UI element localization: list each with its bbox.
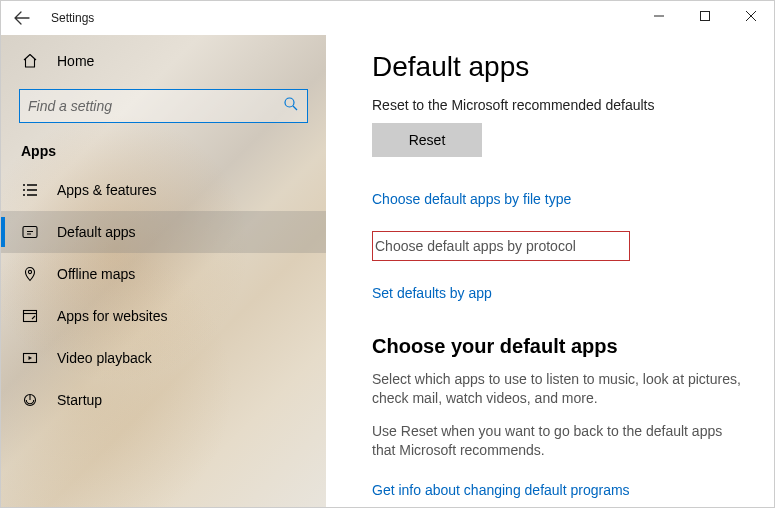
window-body: Home Apps Apps & features [1, 35, 774, 507]
window-controls [636, 1, 774, 31]
link-protocol[interactable]: Choose default apps by protocol [372, 231, 630, 261]
link-info[interactable]: Get info about changing default programs [372, 482, 630, 498]
choose-para-2: Use Reset when you want to go back to th… [372, 422, 742, 460]
map-icon [21, 265, 39, 283]
maximize-icon [700, 11, 710, 21]
titlebar: Settings [1, 1, 774, 35]
sidebar-item-startup[interactable]: Startup [1, 379, 326, 421]
close-icon [746, 11, 756, 21]
startup-icon [21, 391, 39, 409]
choose-para-1: Select which apps to use to listen to mu… [372, 370, 742, 408]
sidebar-item-offline-maps[interactable]: Offline maps [1, 253, 326, 295]
sidebar: Home Apps Apps & features [1, 35, 326, 507]
content-area: Default apps Reset to the Microsoft reco… [326, 35, 774, 507]
minimize-icon [654, 11, 664, 21]
page-title: Default apps [372, 51, 742, 83]
sidebar-item-video-playback[interactable]: Video playback [1, 337, 326, 379]
list-icon [21, 181, 39, 199]
svg-rect-0 [701, 12, 710, 21]
video-icon [21, 349, 39, 367]
sidebar-item-default-apps[interactable]: Default apps [1, 211, 326, 253]
home-label: Home [57, 53, 94, 69]
reset-button[interactable]: Reset [372, 123, 482, 157]
home-icon [21, 52, 39, 70]
search-box[interactable] [19, 89, 308, 123]
nav-label: Apps for websites [57, 308, 168, 324]
sidebar-item-apps-features[interactable]: Apps & features [1, 169, 326, 211]
apps-websites-icon [21, 307, 39, 325]
nav-label: Default apps [57, 224, 136, 240]
sidebar-item-home[interactable]: Home [1, 41, 326, 81]
link-file-type[interactable]: Choose default apps by file type [372, 191, 571, 207]
settings-window: Settings Home Apps [1, 1, 774, 507]
nav-label: Startup [57, 392, 102, 408]
svg-point-1 [285, 98, 294, 107]
link-by-app[interactable]: Set defaults by app [372, 285, 492, 301]
window-title: Settings [51, 11, 94, 25]
minimize-button[interactable] [636, 1, 682, 31]
back-button[interactable] [1, 1, 43, 35]
close-button[interactable] [728, 1, 774, 31]
svg-point-3 [28, 270, 31, 273]
reset-caption: Reset to the Microsoft recommended defau… [372, 97, 742, 113]
search-input[interactable] [28, 98, 283, 114]
search-icon [283, 96, 299, 116]
nav-label: Video playback [57, 350, 152, 366]
default-apps-icon [21, 223, 39, 241]
maximize-button[interactable] [682, 1, 728, 31]
nav-label: Offline maps [57, 266, 135, 282]
sidebar-item-apps-websites[interactable]: Apps for websites [1, 295, 326, 337]
search-container [19, 89, 308, 123]
choose-heading: Choose your default apps [372, 335, 742, 358]
arrow-left-icon [14, 10, 30, 26]
sidebar-section-title: Apps [1, 137, 326, 169]
nav-label: Apps & features [57, 182, 157, 198]
